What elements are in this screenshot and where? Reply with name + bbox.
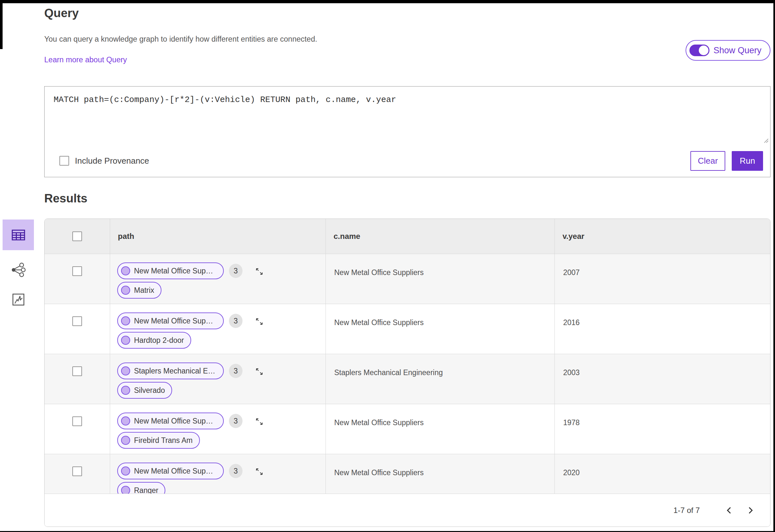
show-query-label: Show Query: [713, 46, 761, 56]
pagination-prev-button[interactable]: [722, 502, 735, 518]
table-row: Staplers Mechanical Engi... 3 Silverado: [45, 354, 770, 404]
path-node-pill[interactable]: New Metal Office Suppliers: [117, 413, 224, 429]
cell-v-year: 2007: [555, 254, 770, 304]
toggle-switch-icon[interactable]: [689, 45, 709, 56]
path-node-pill[interactable]: Ranger: [117, 482, 165, 494]
table-pagination: 1-7 of 7: [45, 494, 770, 527]
chevron-right-icon: [748, 506, 754, 515]
toggle-knob: [699, 46, 709, 55]
column-header-c-name: c.name: [326, 232, 360, 241]
node-dot-icon: [121, 286, 130, 295]
node-dot-icon: [121, 316, 130, 325]
column-header-v-year: v.year: [555, 232, 585, 241]
table-view-button[interactable]: [3, 220, 34, 250]
table-row: New Metal Office Suppliers 3 Firebird Tr…: [45, 404, 770, 454]
path-node-pill[interactable]: Staplers Mechanical Engi...: [117, 363, 224, 379]
node-dot-icon: [121, 436, 130, 445]
expand-path-icon[interactable]: [255, 417, 264, 427]
cell-c-name: Staplers Mechanical Engineering: [326, 354, 555, 404]
resize-grip-icon[interactable]: [763, 138, 769, 143]
show-query-toggle[interactable]: Show Query: [686, 40, 770, 61]
cell-v-year: 1978: [555, 404, 770, 454]
node-dot-icon: [121, 416, 130, 425]
path-node-pill[interactable]: New Metal Office Suppliers: [117, 262, 224, 279]
node-dot-icon: [121, 386, 130, 395]
cell-v-year: 2003: [555, 354, 770, 404]
include-provenance-checkbox[interactable]: [59, 156, 69, 166]
path-node-pill[interactable]: New Metal Office Suppliers: [117, 312, 224, 329]
cell-c-name: New Metal Office Suppliers: [326, 254, 555, 304]
path-count-badge: 3: [229, 414, 242, 428]
pagination-range-label: 1-7 of 7: [674, 506, 700, 515]
table-view-icon: [11, 227, 26, 243]
node-dot-icon: [121, 266, 130, 275]
query-page: Query You can query a knowledge graph to…: [0, 0, 775, 532]
page-title: Query: [44, 6, 79, 20]
path-node-pill[interactable]: Silverado: [117, 382, 172, 399]
path-count-badge: 3: [229, 314, 242, 328]
row-checkbox[interactable]: [72, 266, 82, 276]
graph-view-icon: [10, 262, 26, 278]
row-checkbox[interactable]: [72, 316, 82, 326]
cell-v-year: 2016: [555, 304, 770, 354]
select-all-checkbox[interactable]: [72, 231, 82, 241]
chevron-left-icon: [726, 506, 732, 515]
page-description: You can query a knowledge graph to ident…: [44, 35, 317, 44]
query-editor-footer: Include Provenance Clear Run: [45, 145, 770, 177]
path-node-pill[interactable]: Matrix: [117, 282, 161, 299]
path-node-pill[interactable]: Firebird Trans Am: [117, 432, 200, 449]
cell-c-name: New Metal Office Suppliers: [326, 404, 555, 454]
column-header-path: path: [110, 232, 134, 241]
cell-c-name: New Metal Office Suppliers: [326, 454, 555, 494]
chart-view-icon: [11, 292, 26, 307]
path-count-badge: 3: [229, 364, 242, 378]
path-node-pill[interactable]: Hardtop 2-door: [117, 332, 191, 349]
clear-button[interactable]: Clear: [690, 151, 725, 171]
row-checkbox[interactable]: [72, 466, 82, 476]
graph-view-button[interactable]: [3, 260, 34, 280]
table-header-row: path c.name v.year: [45, 219, 770, 254]
table-row: New Metal Office Suppliers 3 Matrix: [45, 254, 770, 304]
include-provenance-label: Include Provenance: [75, 156, 149, 166]
node-dot-icon: [121, 466, 130, 476]
query-editor-panel: MATCH path=(c:Company)-[r*2]-(v:Vehicle)…: [44, 86, 770, 177]
query-textarea[interactable]: MATCH path=(c:Company)-[r*2]-(v:Vehicle)…: [45, 87, 770, 144]
cell-c-name: New Metal Office Suppliers: [326, 304, 555, 354]
expand-path-icon[interactable]: [255, 367, 264, 377]
node-dot-icon: [121, 486, 130, 494]
path-count-badge: 3: [229, 264, 242, 278]
results-table-card: path c.name v.year New Metal Office Supp…: [44, 219, 770, 527]
table-row: New Metal Office Suppliers 3 Ranger: [45, 454, 770, 494]
results-title: Results: [44, 192, 87, 205]
window-frame-right: [773, 0, 775, 532]
window-frame-left: [0, 0, 3, 49]
node-dot-icon: [121, 336, 130, 345]
pagination-next-button[interactable]: [744, 502, 757, 518]
results-view-sidebar: [3, 220, 34, 310]
expand-path-icon[interactable]: [255, 317, 264, 327]
row-checkbox[interactable]: [72, 416, 82, 426]
table-body: New Metal Office Suppliers 3 Matrix: [45, 254, 770, 494]
cell-v-year: 2020: [555, 454, 770, 494]
window-frame-top: [0, 0, 775, 3]
node-dot-icon: [121, 366, 130, 375]
chart-view-button[interactable]: [3, 290, 34, 310]
path-node-pill[interactable]: New Metal Office Suppliers: [117, 463, 224, 479]
path-count-badge: 3: [229, 464, 242, 478]
expand-path-icon[interactable]: [255, 467, 264, 477]
expand-path-icon[interactable]: [255, 267, 264, 277]
table-row: New Metal Office Suppliers 3 Hardtop 2-d…: [45, 304, 770, 354]
row-checkbox[interactable]: [72, 366, 82, 376]
run-button[interactable]: Run: [732, 151, 763, 171]
learn-more-link[interactable]: Learn more about Query: [44, 56, 127, 64]
